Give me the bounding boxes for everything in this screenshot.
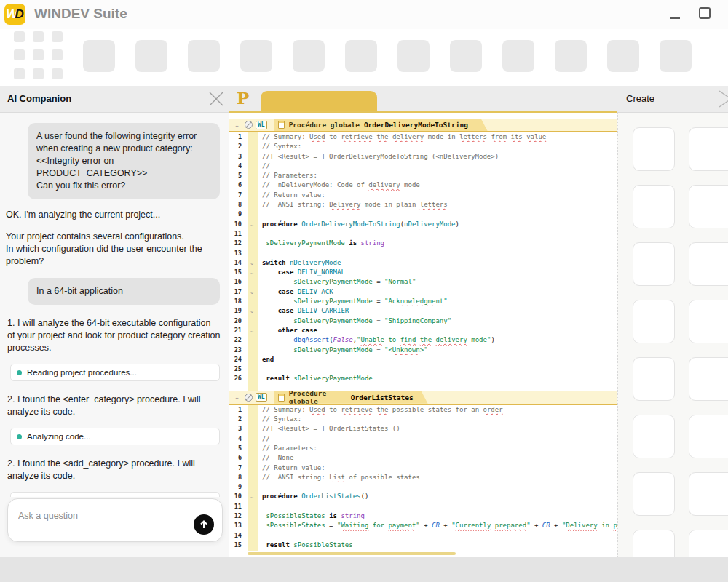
fold-chevron-icon[interactable]: ⌄ bbox=[242, 258, 262, 268]
create-card[interactable] bbox=[689, 530, 728, 557]
code-line[interactable]: 18 sDeliveryPaymentMode = "Acknowledgmen… bbox=[229, 297, 617, 306]
toolbar-button[interactable] bbox=[135, 40, 167, 72]
code-line[interactable]: 4// bbox=[229, 162, 617, 171]
code-line[interactable]: 4// bbox=[229, 434, 617, 444]
create-card[interactable] bbox=[633, 300, 675, 343]
code-line[interactable]: 12 sDeliveryPaymentMode is string bbox=[229, 239, 617, 248]
code-line[interactable]: 11 bbox=[229, 229, 617, 239]
toolbar-mini-button[interactable] bbox=[14, 49, 25, 60]
create-card[interactable] bbox=[689, 127, 728, 171]
collapse-block-icon[interactable]: ⌄ bbox=[229, 394, 245, 401]
code-line[interactable]: 15 result sPossibleStates bbox=[229, 541, 617, 550]
code-block-title-tab[interactable]: Procédure globaleOrderListStates bbox=[274, 391, 428, 404]
code-line[interactable]: 3//[ <Result> = ] OrderListStates () bbox=[229, 424, 617, 434]
toolbar-mini-button[interactable] bbox=[52, 68, 63, 79]
toolbar-button[interactable] bbox=[555, 40, 587, 72]
toolbar-button[interactable] bbox=[607, 40, 639, 72]
code-line[interactable]: 1// Summary: Used to retrieve the possib… bbox=[229, 405, 617, 415]
create-card[interactable] bbox=[689, 357, 728, 401]
code-line[interactable]: 12 sPossibleStates is string bbox=[229, 511, 617, 521]
minimize-button[interactable] bbox=[670, 17, 680, 19]
code-line[interactable]: 10⌄procédure OrderListStates() bbox=[229, 492, 617, 501]
create-card[interactable] bbox=[689, 472, 728, 516]
create-card[interactable] bbox=[633, 472, 675, 516]
code-block-header[interactable]: ⌄WLProcédure globaleOrderListStates bbox=[229, 391, 617, 405]
code-line[interactable]: 15⌄ case DELIV_NORMAL bbox=[229, 268, 617, 277]
code-line[interactable]: 8// ANSI string: List of possible states bbox=[229, 473, 617, 482]
code-line[interactable]: 7// Return value: bbox=[229, 463, 617, 473]
toolbar-button[interactable] bbox=[83, 40, 115, 72]
code-line[interactable]: 13 bbox=[229, 249, 617, 258]
code-line[interactable]: 6// None bbox=[229, 453, 617, 463]
toolbar-button[interactable] bbox=[450, 40, 482, 72]
toolbar-mini-button[interactable] bbox=[52, 49, 63, 60]
code-line[interactable]: 23 sDeliveryPaymentMode = "<Unknown>" bbox=[229, 346, 617, 355]
fold-chevron-icon[interactable]: ⌄ bbox=[242, 492, 262, 501]
create-card[interactable] bbox=[633, 530, 675, 557]
chevron-right-icon[interactable] bbox=[715, 89, 728, 109]
code-line[interactable]: 8// ANSI string: Delivery mode in plain … bbox=[229, 200, 617, 210]
toolbar-mini-button[interactable] bbox=[14, 31, 25, 42]
code-line[interactable]: 7// Return value: bbox=[229, 191, 617, 200]
code-line[interactable]: 14 bbox=[229, 531, 617, 541]
fold-chevron-icon[interactable]: ⌄ bbox=[242, 287, 262, 297]
code-line[interactable]: 14⌄switch nDeliveryMode bbox=[229, 258, 617, 268]
code-block-title-tab[interactable]: Procédure globaleOrderDeliveryModeToStri… bbox=[274, 119, 488, 131]
create-card[interactable] bbox=[633, 415, 675, 458]
toolbar-button[interactable] bbox=[240, 40, 272, 72]
toolbar-button[interactable] bbox=[397, 40, 430, 72]
create-card[interactable] bbox=[689, 300, 728, 343]
create-card[interactable] bbox=[633, 242, 675, 286]
code-line[interactable]: 1// Summary: Used to retrieve the delive… bbox=[229, 132, 617, 142]
create-card[interactable] bbox=[689, 415, 728, 458]
send-button[interactable] bbox=[194, 514, 214, 535]
toolbar-button[interactable] bbox=[293, 40, 325, 72]
code-block-header[interactable]: ⌄WLProcédure globaleOrderDeliveryModeToS… bbox=[229, 119, 617, 132]
fold-chevron-icon[interactable]: ⌄ bbox=[242, 326, 262, 335]
create-card[interactable] bbox=[633, 185, 675, 228]
code-line[interactable]: 6// nDeliveryMode: Code of delivery mode bbox=[229, 180, 617, 190]
code-line[interactable]: 26 result sDeliveryPaymentMode bbox=[229, 374, 617, 383]
code-line[interactable]: 5// Parameters: bbox=[229, 444, 617, 453]
code-line[interactable]: 5// Parameters: bbox=[229, 171, 617, 180]
code-line[interactable]: 10⌄procédure OrderDeliveryModeToString(n… bbox=[229, 220, 617, 229]
code-line[interactable]: 20 sDeliveryPaymentMode = "ShippingCompa… bbox=[229, 316, 617, 326]
code-area[interactable]: ⌄WLProcédure globaleOrderDeliveryModeToS… bbox=[229, 113, 617, 550]
toolbar-mini-button[interactable] bbox=[33, 49, 44, 60]
code-line[interactable]: 9 bbox=[229, 482, 617, 492]
code-line[interactable]: 17⌄ case DELIV_ACK bbox=[229, 287, 617, 297]
toolbar-button[interactable] bbox=[188, 40, 220, 72]
code-line[interactable]: 3//[ <Result> = ] OrderDeliveryModeToStr… bbox=[229, 152, 617, 162]
code-line[interactable]: 13 sPossibleStates = "Waiting for paymen… bbox=[229, 521, 617, 530]
toolbar-mini-button[interactable] bbox=[14, 68, 25, 79]
fold-chevron-icon[interactable]: ⌄ bbox=[242, 306, 262, 316]
code-line[interactable]: 24end bbox=[229, 355, 617, 364]
maximize-button[interactable] bbox=[699, 7, 711, 19]
create-card[interactable] bbox=[633, 357, 675, 401]
code-line[interactable]: 25 bbox=[229, 364, 617, 374]
collapse-block-icon[interactable]: ⌄ bbox=[229, 121, 245, 129]
code-line[interactable]: 16 sDeliveryPaymentMode = "Normal" bbox=[229, 277, 617, 287]
code-line[interactable]: 22 dbgAssert(False,"Unable to find the d… bbox=[229, 335, 617, 345]
create-card[interactable] bbox=[689, 185, 728, 228]
ask-question-input[interactable] bbox=[9, 502, 198, 530]
toolbar-button[interactable] bbox=[660, 40, 692, 72]
toolbar-mini-button[interactable] bbox=[52, 31, 63, 42]
fold-chevron-icon[interactable]: ⌄ bbox=[242, 220, 262, 229]
toolbar-button[interactable] bbox=[502, 40, 534, 72]
code-line[interactable]: 19⌄ case DELIV_CARRIER bbox=[229, 306, 617, 316]
code-line[interactable]: 11 bbox=[229, 502, 617, 511]
close-icon[interactable] bbox=[207, 90, 225, 108]
toolbar-mini-button[interactable] bbox=[33, 68, 44, 79]
fold-chevron-icon[interactable]: ⌄ bbox=[242, 268, 262, 277]
code-line[interactable]: 9 bbox=[229, 210, 617, 219]
horizontal-scrollbar[interactable] bbox=[248, 552, 456, 555]
code-line[interactable]: 2// Syntax: bbox=[229, 415, 617, 424]
toolbar-button[interactable] bbox=[345, 40, 377, 72]
code-line[interactable]: 21⌄ other case bbox=[229, 326, 617, 335]
code-line[interactable]: 2// Syntax: bbox=[229, 142, 617, 151]
create-card[interactable] bbox=[689, 242, 728, 286]
active-document-tab[interactable] bbox=[261, 91, 377, 111]
create-card[interactable] bbox=[633, 127, 675, 171]
toolbar-mini-button[interactable] bbox=[33, 31, 44, 42]
